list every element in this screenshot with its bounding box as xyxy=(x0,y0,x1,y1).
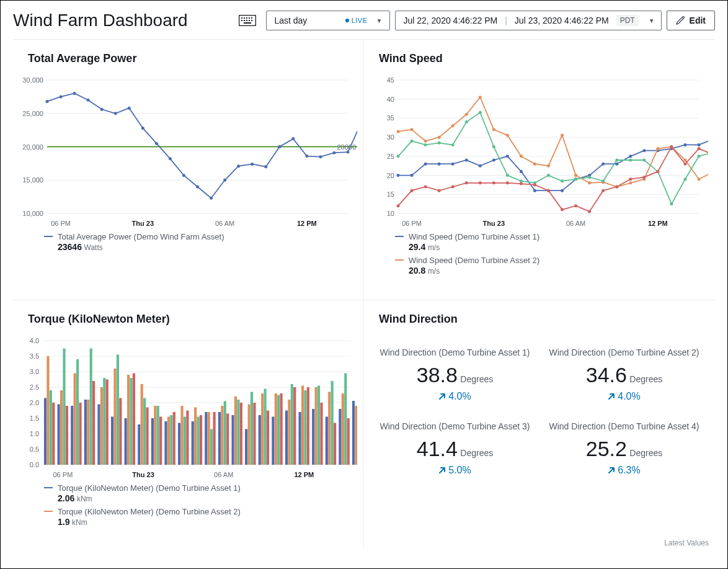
svg-text:12 PM: 12 PM xyxy=(297,220,317,227)
kpi-trend: 4.0% xyxy=(376,391,533,402)
svg-text:06 PM: 06 PM xyxy=(402,220,422,227)
svg-text:06 AM: 06 AM xyxy=(214,471,233,478)
svg-point-96 xyxy=(397,130,400,133)
svg-rect-208 xyxy=(339,409,341,465)
svg-point-162 xyxy=(642,176,646,179)
legend-label: Torque (KiloNewton Meter) (Demo Turbine … xyxy=(58,483,241,493)
svg-point-42 xyxy=(237,164,240,168)
svg-rect-269 xyxy=(200,415,202,465)
svg-point-104 xyxy=(506,134,509,137)
legend-label: Wind Speed (Demo Turbine Asset 1) xyxy=(409,232,539,242)
legend-item: Torque (KiloNewton Meter) (Demo Turbine … xyxy=(44,483,357,503)
svg-rect-259 xyxy=(66,406,68,465)
svg-point-109 xyxy=(574,174,577,177)
kpi-card: Wind Direction (Demo Turbine Asset 3) 41… xyxy=(376,421,533,476)
svg-rect-244 xyxy=(184,417,186,465)
svg-point-166 xyxy=(698,147,701,150)
panel-total-average-power: Total Average Power 10,00015,00020,00025… xyxy=(13,40,364,300)
svg-rect-200 xyxy=(231,415,234,465)
svg-rect-272 xyxy=(240,403,242,465)
chevron-down-icon: ▼ xyxy=(374,17,385,24)
svg-point-105 xyxy=(520,155,523,158)
svg-rect-3 xyxy=(246,17,247,19)
kpi-unit: Degrees xyxy=(460,448,493,458)
windspeed-line-chart[interactable]: 101520253035404506 PMThu 2306 AM12 PM xyxy=(370,74,708,232)
svg-point-129 xyxy=(520,179,523,182)
svg-rect-11 xyxy=(244,22,251,24)
svg-point-43 xyxy=(251,163,254,166)
svg-point-126 xyxy=(479,111,482,114)
svg-point-160 xyxy=(615,186,618,189)
latest-values-label: Latest Values xyxy=(664,539,709,547)
svg-point-34 xyxy=(128,107,131,110)
svg-point-127 xyxy=(492,145,495,148)
page-title: Wind Farm Dashboard xyxy=(13,11,233,30)
svg-point-122 xyxy=(424,143,427,146)
svg-rect-229 xyxy=(301,386,304,465)
svg-point-110 xyxy=(588,181,591,184)
svg-point-157 xyxy=(574,204,577,207)
kpi-name: Wind Direction (Demo Turbine Asset 3) xyxy=(376,421,533,432)
torque-bar-chart[interactable]: 0.00.51.01.52.02.53.03.54.006 PMThu 2306… xyxy=(19,334,357,483)
dashboard-header: Wind Farm Dashboard Last day LIVE ▼ Jul … xyxy=(1,1,727,39)
svg-rect-215 xyxy=(113,369,116,465)
legend-value: 23646 xyxy=(58,242,82,252)
legend-unit: m/s xyxy=(428,243,440,252)
svg-point-49 xyxy=(332,151,335,155)
svg-rect-190 xyxy=(97,405,100,465)
svg-rect-203 xyxy=(272,417,274,465)
legend-item: Total Average Power (Demo Wind Farm Asse… xyxy=(44,232,357,252)
kpi-card: Wind Direction (Demo Turbine Asset 2) 34… xyxy=(546,347,703,402)
svg-point-137 xyxy=(629,159,632,162)
svg-rect-197 xyxy=(192,421,194,465)
svg-rect-261 xyxy=(92,381,95,465)
svg-text:4.0: 4.0 xyxy=(30,337,39,344)
svg-rect-247 xyxy=(224,401,226,465)
svg-rect-234 xyxy=(50,390,52,465)
panel-title: Wind Direction xyxy=(379,313,709,326)
svg-rect-202 xyxy=(259,415,261,465)
svg-text:12 PM: 12 PM xyxy=(294,471,314,478)
legend-unit: Watts xyxy=(84,243,103,252)
svg-rect-192 xyxy=(125,418,127,465)
svg-text:10: 10 xyxy=(387,210,394,217)
keyboard-icon[interactable] xyxy=(237,11,257,30)
time-range-dropdown[interactable]: Last day LIVE ▼ xyxy=(266,11,390,30)
svg-point-121 xyxy=(411,140,414,143)
svg-text:2.0: 2.0 xyxy=(30,399,39,406)
svg-point-39 xyxy=(196,186,199,189)
svg-rect-239 xyxy=(117,355,119,465)
svg-point-37 xyxy=(169,157,172,160)
svg-point-50 xyxy=(347,151,350,154)
date-to: Jul 23, 2020 4:46:22 PM xyxy=(515,16,609,25)
svg-point-94 xyxy=(698,143,701,146)
svg-rect-252 xyxy=(291,384,293,465)
svg-rect-212 xyxy=(74,374,76,465)
svg-point-88 xyxy=(615,163,618,166)
svg-rect-278 xyxy=(320,403,322,465)
svg-rect-207 xyxy=(326,417,328,465)
panel-wind-speed: Wind Speed 101520253035404506 PMThu 2306… xyxy=(364,40,715,300)
svg-point-41 xyxy=(223,179,226,182)
svg-text:06 PM: 06 PM xyxy=(53,471,73,478)
svg-rect-256 xyxy=(344,374,347,465)
legend-unit: m/s xyxy=(428,267,440,276)
svg-rect-188 xyxy=(71,406,73,465)
kpi-card: Wind Direction (Demo Turbine Asset 4) 25… xyxy=(546,421,703,476)
svg-point-132 xyxy=(561,179,564,182)
svg-point-76 xyxy=(451,163,455,166)
svg-point-113 xyxy=(629,181,632,184)
date-range-picker[interactable]: Jul 22, 2020 4:46:22 PM | Jul 23, 2020 4… xyxy=(395,11,661,30)
panel-wind-direction: Wind Direction Wind Direction (Demo Turb… xyxy=(364,300,715,549)
svg-text:Thu 23: Thu 23 xyxy=(132,471,154,478)
arrow-up-right-icon xyxy=(438,467,446,474)
panel-torque: Torque (KiloNewton Meter) 0.00.51.01.52.… xyxy=(13,300,364,549)
svg-point-82 xyxy=(533,189,536,192)
svg-point-150 xyxy=(479,181,482,184)
power-line-chart[interactable]: 10,00015,00020,00025,00030,0002000006 PM… xyxy=(19,74,357,232)
svg-point-128 xyxy=(506,174,509,177)
edit-button[interactable]: Edit xyxy=(667,11,715,30)
svg-rect-224 xyxy=(234,397,237,465)
svg-rect-196 xyxy=(178,423,180,465)
svg-rect-216 xyxy=(127,375,130,465)
